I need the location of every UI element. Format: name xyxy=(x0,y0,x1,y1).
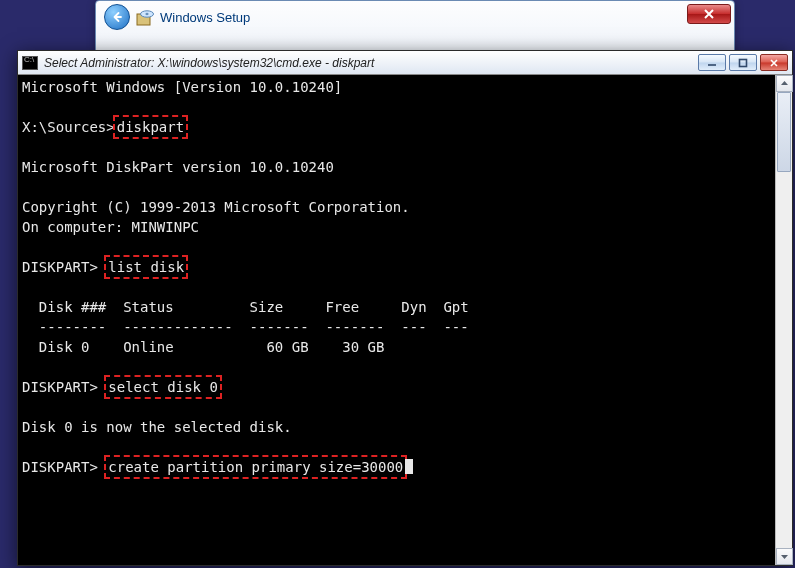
prompt: X:\Sources> xyxy=(22,119,115,135)
close-button[interactable] xyxy=(760,54,788,71)
close-icon xyxy=(703,9,715,19)
scroll-up-button[interactable] xyxy=(776,75,793,92)
maximize-button[interactable] xyxy=(729,54,757,71)
output-line: On computer: MINWINPC xyxy=(22,219,199,235)
window-controls xyxy=(698,54,788,71)
output-line: Disk 0 is now the selected disk. xyxy=(22,419,292,435)
chevron-down-icon xyxy=(780,552,789,561)
minimize-button[interactable] xyxy=(698,54,726,71)
cmd-title: Select Administrator: X:\windows\system3… xyxy=(44,56,374,70)
table-header: Disk ### Status Size Free Dyn Gpt xyxy=(22,299,469,315)
setup-close-button[interactable] xyxy=(687,4,731,24)
cmd-icon: C:\ xyxy=(22,56,38,70)
cmd-titlebar[interactable]: C:\ Select Administrator: X:\windows\sys… xyxy=(18,51,792,75)
svg-point-2 xyxy=(146,13,149,14)
chevron-up-icon xyxy=(780,79,789,88)
user-command: create partition primary size=30000 xyxy=(104,455,407,479)
user-command: select disk 0 xyxy=(104,375,222,399)
back-button[interactable] xyxy=(104,4,130,30)
scroll-down-button[interactable] xyxy=(776,548,793,565)
vertical-scrollbar[interactable] xyxy=(775,75,792,565)
prompt: DISKPART> xyxy=(22,259,106,275)
minimize-icon xyxy=(707,58,717,68)
svg-rect-3 xyxy=(740,59,747,66)
output-line: Microsoft DiskPart version 10.0.10240 xyxy=(22,159,334,175)
maximize-icon xyxy=(738,58,748,68)
setup-title: Windows Setup xyxy=(160,10,250,25)
arrow-left-icon xyxy=(110,10,124,24)
cmd-window: C:\ Select Administrator: X:\windows\sys… xyxy=(17,50,793,566)
scroll-thumb[interactable] xyxy=(777,92,791,172)
cmd-output[interactable]: Microsoft Windows [Version 10.0.10240] X… xyxy=(22,77,772,563)
disc-box-icon xyxy=(136,8,154,26)
close-icon xyxy=(769,58,779,68)
user-command: list disk xyxy=(104,255,188,279)
cursor xyxy=(405,459,413,474)
table-divider: -------- ------------- ------- ------- -… xyxy=(22,319,469,335)
prompt: DISKPART> xyxy=(22,459,106,475)
setup-titlebar: Windows Setup xyxy=(96,1,734,29)
cmd-body: Microsoft Windows [Version 10.0.10240] X… xyxy=(18,75,792,565)
output-line: Microsoft Windows [Version 10.0.10240] xyxy=(22,79,342,95)
prompt: DISKPART> xyxy=(22,379,106,395)
user-command: diskpart xyxy=(113,115,188,139)
output-line: Copyright (C) 1999-2013 Microsoft Corpor… xyxy=(22,199,410,215)
table-row: Disk 0 Online 60 GB 30 GB xyxy=(22,339,384,355)
